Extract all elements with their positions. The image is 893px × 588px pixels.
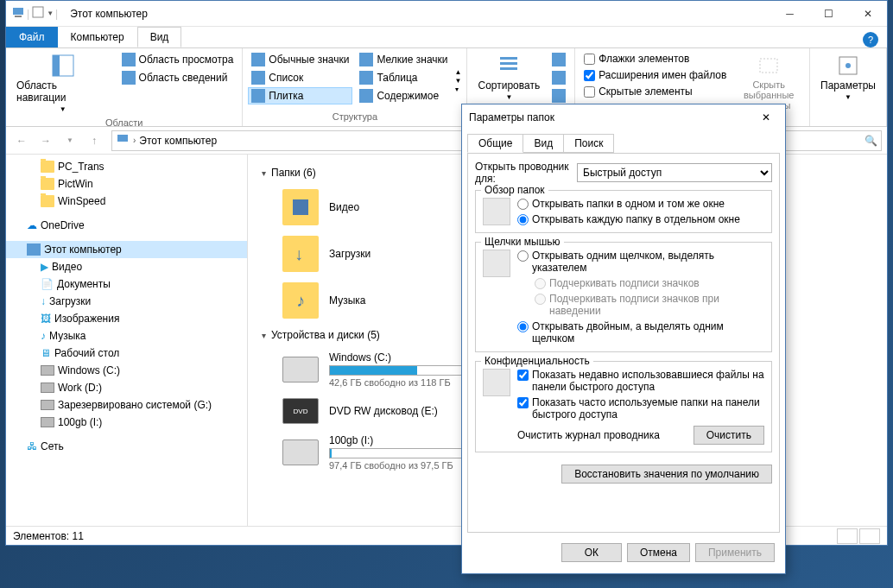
clear-history-label: Очистить журнал проводника	[517, 429, 660, 441]
titlebar[interactable]: | ▼ | Этот компьютер ─ ☐ ✕	[6, 1, 887, 27]
pc-icon	[116, 132, 130, 149]
tree-reserved-g[interactable]: Зарезервировано системой (G:)	[6, 396, 247, 414]
details-icon	[122, 71, 136, 85]
tree-pictwin[interactable]: PictWin	[6, 175, 247, 193]
cancel-button[interactable]: Отмена	[627, 543, 690, 562]
preview-icon	[122, 53, 136, 66]
layout-list[interactable]: Список	[248, 69, 352, 86]
chevron-right-icon[interactable]: ›	[133, 136, 136, 145]
dialog-title-text: Параметры папок	[469, 111, 554, 123]
extensions-toggle[interactable]: Расширения имен файлов	[580, 67, 730, 83]
layout-small[interactable]: Мелкие значки	[356, 51, 451, 68]
open-explorer-select[interactable]: Быстрый доступ	[577, 163, 772, 182]
view-details-button[interactable]	[837, 528, 858, 544]
checkboxes-toggle[interactable]: Флажки элементов	[580, 51, 730, 66]
svg-rect-7	[500, 67, 517, 70]
ok-button[interactable]: ОК	[561, 543, 622, 562]
dialog-tab-general[interactable]: Общие	[467, 134, 523, 153]
privacy-group-title: Конфиденциальность	[481, 355, 593, 367]
recent-button[interactable]: ▼	[60, 130, 80, 151]
layout-tiles[interactable]: Плитка	[248, 87, 352, 104]
tiles-icon	[251, 89, 265, 103]
dialog-tab-search[interactable]: Поиск	[563, 134, 614, 153]
tree-winspeed[interactable]: WinSpeed	[6, 193, 247, 210]
forward-button[interactable]: →	[35, 130, 56, 151]
layout-medium[interactable]: Обычные значки	[248, 51, 352, 68]
drive-usage-bar	[329, 448, 467, 458]
dialog-titlebar[interactable]: Параметры папок ✕	[462, 104, 785, 130]
close-button[interactable]: ✕	[848, 1, 887, 26]
group-icon	[552, 53, 566, 66]
tab-computer[interactable]: Компьютер	[58, 27, 137, 47]
tree-music[interactable]: ♪Музыка	[6, 327, 247, 345]
hidden-checkbox[interactable]	[584, 86, 595, 98]
tree-pictures[interactable]: 🖼Изображения	[6, 310, 247, 327]
size-columns[interactable]	[548, 87, 569, 104]
pc-icon	[27, 243, 41, 256]
tree-pc-trans[interactable]: PC_Trans	[6, 158, 247, 175]
folder-icon	[41, 178, 54, 190]
hidden-toggle[interactable]: Скрытые элементы	[580, 84, 730, 99]
svg-rect-5	[500, 57, 517, 60]
video-icon: ▶	[41, 261, 48, 273]
tree-video[interactable]: ▶Видео	[6, 258, 247, 275]
extensions-checkbox[interactable]	[584, 70, 595, 81]
download-icon: ↓	[41, 295, 46, 307]
layout-more-icon[interactable]: ▾	[455, 85, 462, 93]
browse-same-radio[interactable]: Открывать папки в одном и том же окне	[517, 198, 740, 210]
nav-pane-button[interactable]: Область навигации ▼	[11, 51, 115, 116]
details-pane-button[interactable]: Область сведений	[118, 69, 238, 86]
dialog-body: Открыть проводник для: Быстрый доступ Об…	[467, 153, 780, 533]
nav-pane-label: Область навигации	[16, 79, 110, 104]
view-tiles-button[interactable]	[859, 528, 880, 544]
dialog-tab-view[interactable]: Вид	[522, 134, 564, 153]
chevron-down-icon: ▼	[845, 93, 852, 101]
tree-100gb-i[interactable]: 100gb (I:)	[6, 414, 247, 431]
layout-table[interactable]: Таблица	[356, 69, 451, 86]
tree-downloads[interactable]: ↓Загрузки	[6, 293, 247, 310]
click-double-radio[interactable]: Открывать двойным, а выделять одним щелч…	[517, 320, 764, 345]
tree-this-pc[interactable]: Этот компьютер	[6, 241, 247, 258]
clear-button[interactable]: Очистить	[694, 426, 764, 445]
group-by[interactable]	[548, 51, 569, 68]
restore-defaults-button[interactable]: Восстановить значения по умолчанию	[561, 465, 772, 484]
tree-documents[interactable]: 📄Документы	[6, 275, 247, 293]
privacy-frequent-folders[interactable]: Показать часто используемые папки на пан…	[517, 396, 764, 420]
add-columns[interactable]	[548, 69, 569, 86]
up-button[interactable]: ↑	[84, 130, 104, 151]
minimize-button[interactable]: ─	[770, 1, 809, 26]
tab-view[interactable]: Вид	[137, 27, 182, 47]
click-single-radio[interactable]: Открывать одним щелчком, выделять указат…	[517, 250, 764, 274]
sort-button[interactable]: Сортировать ▼	[472, 51, 545, 110]
privacy-recent-files[interactable]: Показать недавно использовавшиеся файлы …	[517, 369, 764, 393]
tree-desktop[interactable]: 🖥Рабочий стол	[6, 345, 247, 362]
preview-pane-button[interactable]: Область просмотра	[118, 51, 238, 68]
tree-panel[interactable]: PC_Trans PictWin WinSpeed ☁OneDrive Этот…	[6, 155, 248, 526]
document-icon: 📄	[41, 278, 54, 290]
back-button[interactable]: ←	[11, 130, 32, 151]
qat-dropdown-icon[interactable]: ▼	[47, 9, 54, 17]
dialog-close-button[interactable]: ✕	[754, 107, 778, 128]
pc-icon	[11, 5, 25, 22]
tree-work-d[interactable]: Work (D:)	[6, 379, 247, 396]
tree-network[interactable]: 🖧Сеть	[6, 438, 247, 455]
folder-icon	[41, 161, 54, 173]
tree-onedrive[interactable]: ☁OneDrive	[6, 217, 247, 234]
tab-file[interactable]: Файл	[6, 27, 58, 47]
browse-new-radio[interactable]: Открывать каждую папку в отдельном окне	[517, 213, 740, 225]
qat-props-icon[interactable]	[31, 5, 45, 22]
maximize-button[interactable]: ☐	[809, 1, 848, 26]
help-icon[interactable]: ?	[863, 32, 878, 47]
layout-content[interactable]: Содержимое	[356, 87, 451, 104]
folder-icon	[41, 195, 54, 207]
layout-down-icon[interactable]: ▼	[455, 77, 462, 85]
svg-rect-4	[53, 55, 60, 76]
status-count: Элементов: 11	[13, 530, 84, 542]
options-button[interactable]: Параметры ▼	[815, 51, 881, 123]
tree-windows-c[interactable]: Windows (C:)	[6, 362, 247, 379]
chevron-down-icon: ▼	[505, 93, 512, 101]
layout-up-icon[interactable]: ▲	[455, 68, 462, 76]
checkboxes-checkbox[interactable]	[584, 54, 595, 65]
breadcrumb-item[interactable]: Этот компьютер	[139, 135, 217, 147]
apply-button[interactable]: Применить	[695, 543, 775, 562]
